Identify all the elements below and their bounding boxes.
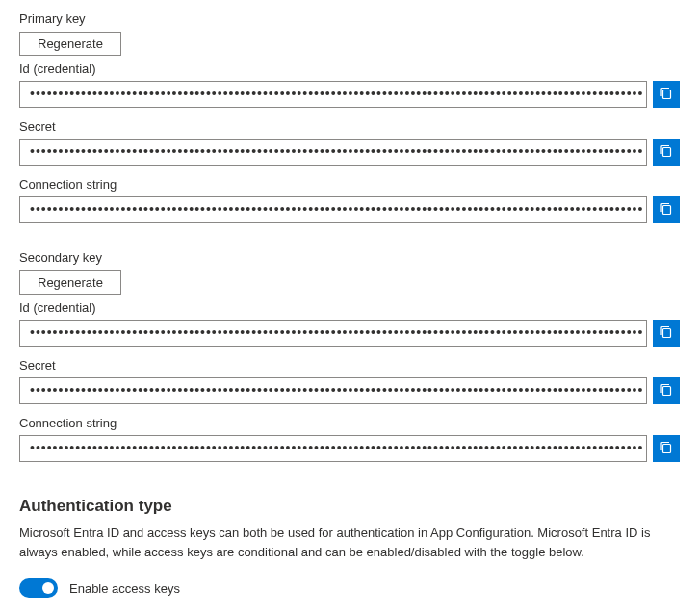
enable-access-keys-label: Enable access keys: [69, 581, 180, 596]
enable-access-keys-toggle[interactable]: [19, 578, 58, 598]
primary-connstr-field[interactable]: ••••••••••••••••••••••••••••••••••••••••…: [19, 196, 647, 223]
svg-rect-5: [663, 444, 671, 452]
svg-rect-2: [663, 205, 671, 214]
secondary-id-copy-button[interactable]: [653, 320, 680, 346]
svg-rect-0: [663, 90, 671, 98]
secondary-secret-field[interactable]: ••••••••••••••••••••••••••••••••••••••••…: [19, 377, 647, 404]
primary-secret-label: Secret: [19, 119, 680, 134]
copy-icon: [659, 324, 674, 343]
secondary-secret-label: Secret: [19, 358, 680, 372]
auth-type-section: Authentication type Microsoft Entra ID a…: [19, 497, 680, 598]
svg-rect-3: [663, 328, 671, 337]
primary-id-label: Id (credential): [19, 62, 680, 76]
secondary-id-row: ••••••••••••••••••••••••••••••••••••••••…: [19, 320, 680, 346]
primary-connstr-row: ••••••••••••••••••••••••••••••••••••••••…: [19, 196, 680, 223]
svg-rect-4: [663, 386, 671, 395]
secondary-id-field[interactable]: ••••••••••••••••••••••••••••••••••••••••…: [19, 320, 647, 346]
auth-type-description: Microsoft Entra ID and access keys can b…: [19, 524, 680, 561]
primary-key-title: Primary key: [19, 12, 680, 26]
toggle-thumb: [42, 582, 54, 594]
secondary-secret-copy-button[interactable]: [653, 377, 680, 404]
secondary-connstr-field[interactable]: ••••••••••••••••••••••••••••••••••••••••…: [19, 435, 647, 462]
copy-icon: [659, 143, 674, 162]
primary-secret-row: ••••••••••••••••••••••••••••••••••••••••…: [19, 139, 680, 166]
primary-id-row: ••••••••••••••••••••••••••••••••••••••••…: [19, 81, 680, 108]
secondary-connstr-row: ••••••••••••••••••••••••••••••••••••••••…: [19, 435, 680, 462]
secondary-key-title: Secondary key: [19, 250, 680, 265]
enable-access-keys-row: Enable access keys: [19, 578, 680, 598]
secondary-id-label: Id (credential): [19, 300, 680, 315]
auth-type-heading: Authentication type: [19, 497, 680, 516]
secondary-key-section: Secondary key Regenerate Id (credential)…: [19, 250, 680, 462]
primary-secret-field[interactable]: ••••••••••••••••••••••••••••••••••••••••…: [19, 139, 647, 166]
secondary-connstr-label: Connection string: [19, 416, 680, 430]
secondary-connstr-copy-button[interactable]: [653, 435, 680, 462]
primary-id-field[interactable]: ••••••••••••••••••••••••••••••••••••••••…: [19, 81, 647, 108]
primary-regenerate-button[interactable]: Regenerate: [19, 32, 121, 56]
primary-connstr-label: Connection string: [19, 177, 680, 192]
copy-icon: [659, 86, 674, 104]
secondary-secret-row: ••••••••••••••••••••••••••••••••••••••••…: [19, 377, 680, 404]
copy-icon: [659, 382, 674, 400]
primary-connstr-copy-button[interactable]: [653, 196, 680, 223]
copy-icon: [659, 440, 674, 458]
primary-secret-copy-button[interactable]: [653, 139, 680, 166]
primary-id-copy-button[interactable]: [653, 81, 680, 108]
copy-icon: [659, 201, 674, 219]
svg-rect-1: [663, 147, 671, 156]
primary-key-section: Primary key Regenerate Id (credential) •…: [19, 12, 680, 223]
secondary-regenerate-button[interactable]: Regenerate: [19, 270, 121, 295]
